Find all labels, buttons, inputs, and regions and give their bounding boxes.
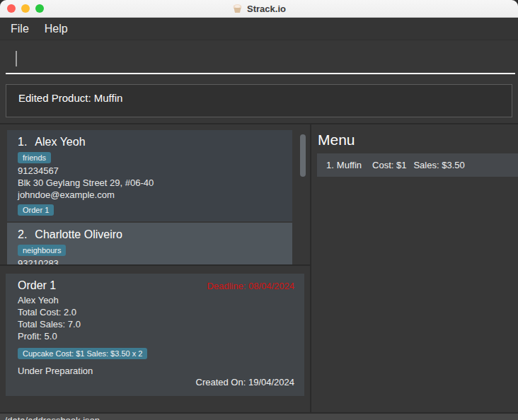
minimize-button[interactable] [21,4,30,13]
app-window: Strack.io File Help Edited Product: Muff… [0,0,518,420]
menu-file[interactable]: File [3,20,37,38]
menu-item-index: 1. [326,160,334,170]
menu-panel: Menu 1. Muffin Cost: $1 Sales: $3.50 [311,124,518,412]
left-column: 1. Alex Yeoh friends 91234567 Blk 30 Gey… [0,124,311,412]
order-total-cost: Total Cost: 2.0 [18,306,294,318]
menu-panel-title: Menu [317,132,518,148]
app-icon [232,4,243,13]
close-button[interactable] [7,4,16,13]
order-created-date: Created On: 19/04/2024 [196,377,295,387]
traffic-lights [0,4,44,13]
person-phone: 91234567 [18,165,284,177]
person-list: 1. Alex Yeoh friends 91234567 Blk 30 Gey… [0,124,310,264]
person-name-row: 2. Charlotte Oliveiro [18,228,284,242]
menu-item-row[interactable]: 1. Muffin Cost: $1 Sales: $3.50 [317,153,518,177]
order-pane: Order 1 Deadline: 08/04/2024 Alex Yeoh T… [0,264,310,412]
tag-badge: neighbours [18,245,66,256]
menubar: File Help [0,18,518,40]
command-input[interactable] [6,45,515,73]
order-title: Order 1 [18,278,56,293]
order-badge: Order 1 [18,204,54,216]
tag-row: neighbours [18,243,284,256]
order-item-row: Cupcake Cost: $1 Sales: $3.50 x 2 [18,346,294,359]
main-content: 1. Alex Yeoh friends 91234567 Blk 30 Gey… [0,123,518,412]
person-index: 1. [18,135,27,149]
text-caret [16,51,17,66]
statusbar: ./data/addressbook.json [0,412,518,420]
menu-item-cost: Cost: $1 [372,160,406,170]
person-email: johndoe@example.com [18,189,284,201]
tag-badge: friends [18,152,51,163]
order-badge-row: Order 1 [18,203,284,216]
command-area [0,40,518,77]
window-title: Strack.io [247,4,286,14]
statusbar-filepath: ./data/addressbook.json [2,415,100,420]
zoom-button[interactable] [35,4,44,13]
tag-row: friends [18,151,284,163]
command-field [6,45,515,74]
person-name: Alex Yeoh [35,135,85,149]
person-index: 2. [18,228,27,242]
result-text: Edited Product: Muffin [18,92,122,104]
scrollbar-thumb[interactable] [300,134,306,177]
result-display: Edited Product: Muffin [6,84,512,117]
person-address: Blk 30 Geylang Street 29, #06-40 [18,177,284,189]
order-card[interactable]: Order 1 Deadline: 08/04/2024 Alex Yeoh T… [6,274,304,396]
person-card[interactable]: 2. Charlotte Oliveiro neighbours 9321028… [7,223,292,264]
order-header: Order 1 Deadline: 08/04/2024 [18,278,294,293]
titlebar: Strack.io [0,0,518,18]
person-name-row: 1. Alex Yeoh [18,135,284,149]
person-phone: 93210283 [18,257,284,264]
order-status: Under Preparation [18,365,294,377]
order-deadline: Deadline: 08/04/2024 [207,281,294,291]
order-customer: Alex Yeoh [18,294,294,306]
person-card[interactable]: 1. Alex Yeoh friends 91234567 Blk 30 Gey… [7,130,292,221]
order-item-badge: Cupcake Cost: $1 Sales: $3.50 x 2 [18,348,147,359]
order-total-sales: Total Sales: 7.0 [18,318,294,330]
order-profit: Profit: 5.0 [18,330,294,342]
menu-item-sales: Sales: $3.50 [413,160,464,170]
titlebar-center: Strack.io [0,4,518,14]
menu-item-name: Muffin [337,160,362,170]
person-name: Charlotte Oliveiro [35,228,122,242]
menu-help[interactable]: Help [37,20,76,38]
